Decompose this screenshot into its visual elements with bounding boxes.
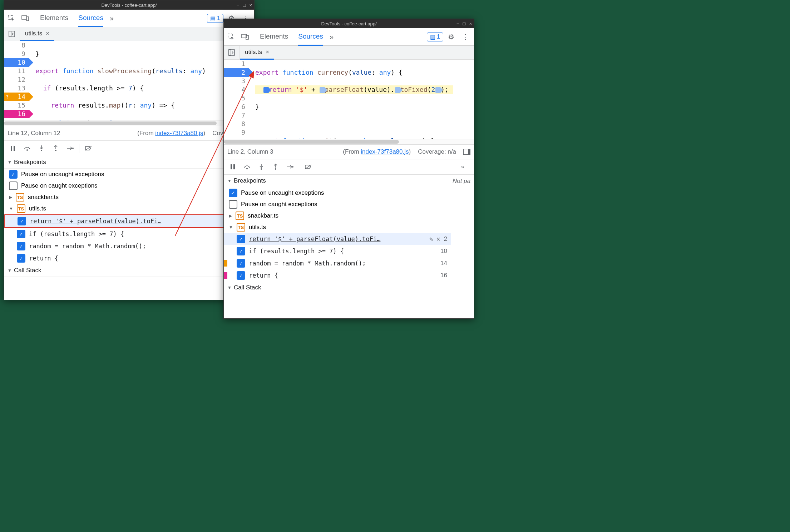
line-gutter[interactable]: 8 9 10 11 12 13 ?14 15 16 — [4, 41, 29, 120]
maximize-icon[interactable]: □ — [463, 21, 466, 26]
breakpoint-item[interactable]: ✓ random = random * Math.random(); 14 — [4, 240, 254, 252]
more-tabs-icon[interactable]: » — [110, 14, 114, 23]
checkbox-empty-icon[interactable] — [229, 200, 237, 209]
step-out-icon[interactable] — [269, 160, 282, 174]
checkbox-checked-icon[interactable]: ✓ — [229, 189, 237, 197]
source-link[interactable]: index-73f73a80.js — [155, 130, 203, 136]
step-icon[interactable] — [63, 141, 77, 155]
svg-point-21 — [275, 168, 276, 170]
window-titlebar[interactable]: DevTools - coffee-cart.app/ − □ × — [4, 0, 254, 10]
breakpoint-item[interactable]: ✓ return { 16 — [224, 269, 451, 282]
tab-elements[interactable]: Elements — [40, 10, 68, 27]
step-over-icon[interactable] — [240, 160, 254, 174]
checkbox-checked-icon[interactable]: ✓ — [237, 271, 245, 280]
pause-uncaught-row[interactable]: ✓ Pause on uncaught exceptions — [4, 169, 254, 180]
breakpoints-section-header[interactable]: ▼ Breakpoints — [224, 175, 451, 187]
breakpoint-item[interactable]: ✓ if (results.length >= 7) { 10 — [224, 245, 451, 257]
svg-rect-18 — [233, 164, 235, 169]
line-gutter[interactable]: 1 2 3 4 5 6 7 8 9 — [224, 60, 249, 139]
horizontal-scrollbar[interactable] — [4, 120, 254, 126]
close-tab-icon[interactable]: × — [266, 49, 269, 56]
ts-file-icon: TS — [17, 204, 25, 213]
edit-icon[interactable]: ✎ — [429, 235, 433, 243]
message-icon: ▤ — [430, 34, 435, 40]
kebab-icon[interactable]: ⋮ — [459, 33, 472, 41]
step-over-icon[interactable] — [20, 141, 34, 155]
file-group-utils[interactable]: ▼ TS utils.ts — [4, 203, 254, 214]
checkbox-checked-icon[interactable]: ✓ — [237, 235, 245, 243]
delete-icon[interactable]: × — [436, 235, 440, 243]
inspect-icon[interactable] — [224, 30, 238, 44]
device-icon[interactable] — [238, 30, 252, 44]
step-out-icon[interactable] — [49, 141, 63, 155]
maximize-icon[interactable]: □ — [243, 3, 246, 8]
horizontal-scrollbar[interactable] — [224, 139, 474, 144]
device-icon[interactable] — [18, 11, 33, 25]
pause-icon[interactable] — [226, 160, 240, 174]
checkbox-checked-icon[interactable]: ✓ — [18, 217, 26, 225]
file-tab-utils[interactable]: utils.ts × — [20, 27, 54, 41]
more-tabs-icon[interactable]: » — [330, 33, 334, 41]
navigator-toggle-icon[interactable] — [224, 46, 240, 59]
breakpoint-text: if (results.length >= 7) { — [249, 248, 437, 255]
tab-sources[interactable]: Sources — [78, 10, 103, 27]
checkbox-checked-icon[interactable]: ✓ — [17, 242, 25, 250]
expand-icon: ▶ — [229, 213, 232, 218]
pause-uncaught-row[interactable]: ✓ Pause on uncaught exceptions — [224, 187, 451, 199]
close-window-icon[interactable]: × — [249, 3, 252, 8]
breakpoint-item[interactable]: ✓ return { 16 — [4, 252, 254, 264]
checkbox-checked-icon[interactable]: ✓ — [17, 230, 25, 238]
checkbox-checked-icon[interactable]: ✓ — [17, 254, 25, 263]
svg-point-20 — [261, 168, 262, 170]
close-tab-icon[interactable]: × — [46, 30, 49, 37]
breakpoint-item[interactable]: ✓ return '$' + parseFloat(value).toFi… ✎… — [4, 214, 254, 228]
svg-rect-15 — [229, 50, 234, 55]
ts-file-icon: TS — [236, 212, 244, 220]
file-group-utils[interactable]: ▼ TS utils.ts — [224, 222, 451, 233]
pause-caught-label: Pause on caught exceptions — [241, 201, 317, 208]
step-into-icon[interactable] — [35, 141, 48, 155]
pause-caught-row[interactable]: Pause on caught exceptions — [4, 180, 254, 192]
step-icon[interactable] — [283, 160, 297, 174]
checkbox-checked-icon[interactable]: ✓ — [237, 247, 245, 255]
breakpoint-line: 2 — [444, 235, 447, 243]
file-tab-utils[interactable]: utils.ts × — [240, 46, 274, 60]
collapse-icon: ▼ — [9, 206, 13, 211]
close-window-icon[interactable]: × — [469, 21, 472, 26]
breakpoint-item[interactable]: ✓ random = random * Math.random(); 14 — [224, 257, 451, 269]
navigator-toggle-icon[interactable] — [4, 27, 20, 41]
callstack-section-header[interactable]: ▼ Call Stack — [4, 264, 254, 277]
breakpoint-item[interactable]: ✓ if (results.length >= 7) { 10 — [4, 228, 254, 240]
code-editor[interactable]: 1 2 3 4 5 6 7 8 9 export function curren… — [224, 60, 474, 139]
source-link[interactable]: index-73f73a80.js — [361, 148, 409, 155]
show-sidebar-icon[interactable] — [463, 149, 470, 155]
file-tab-label: utils.ts — [245, 49, 262, 56]
file-group-snackbar[interactable]: ▶ TS snackbar.ts — [224, 210, 451, 222]
gear-icon[interactable]: ⚙ — [445, 33, 458, 41]
minimize-icon[interactable]: − — [237, 3, 240, 8]
deactivate-breakpoints-icon[interactable] — [82, 141, 95, 155]
window-titlebar[interactable]: DevTools - coffee-cart.app/ − □ × — [224, 19, 474, 28]
breakpoint-item[interactable]: ✓ return '$' + parseFloat(value).toFi… ✎… — [224, 233, 451, 245]
pause-caught-row[interactable]: Pause on caught exceptions — [224, 199, 451, 210]
more-tabs-icon[interactable]: » — [451, 159, 474, 175]
code-editor[interactable]: 8 9 10 11 12 13 ?14 15 16 } export funct… — [4, 41, 254, 120]
main-toolbar: Elements Sources » ▤ 1 ⚙ ⋮ — [4, 10, 254, 27]
step-into-icon[interactable] — [255, 160, 268, 174]
breakpoint-text: return '$' + parseFloat(value).toFi… — [249, 235, 426, 243]
pause-icon[interactable] — [6, 141, 20, 155]
file-group-snackbar[interactable]: ▶ TS snackbar.ts — [4, 192, 254, 203]
tab-sources[interactable]: Sources — [298, 28, 323, 46]
issues-badge[interactable]: ▤ 1 — [427, 33, 443, 41]
minimize-icon[interactable]: − — [456, 21, 459, 26]
callstack-section-header[interactable]: ▼ Call Stack — [224, 282, 451, 294]
checkbox-checked-icon[interactable]: ✓ — [237, 259, 245, 268]
checkbox-checked-icon[interactable]: ✓ — [9, 170, 18, 179]
tab-elements[interactable]: Elements — [260, 28, 288, 46]
inspect-icon[interactable] — [4, 11, 18, 25]
callstack-label: Call Stack — [234, 284, 261, 291]
deactivate-breakpoints-icon[interactable] — [301, 160, 315, 174]
checkbox-empty-icon[interactable] — [9, 182, 18, 190]
issues-badge[interactable]: ▤ 1 — [207, 14, 223, 23]
breakpoints-section-header[interactable]: ▼ Breakpoints — [4, 156, 254, 169]
